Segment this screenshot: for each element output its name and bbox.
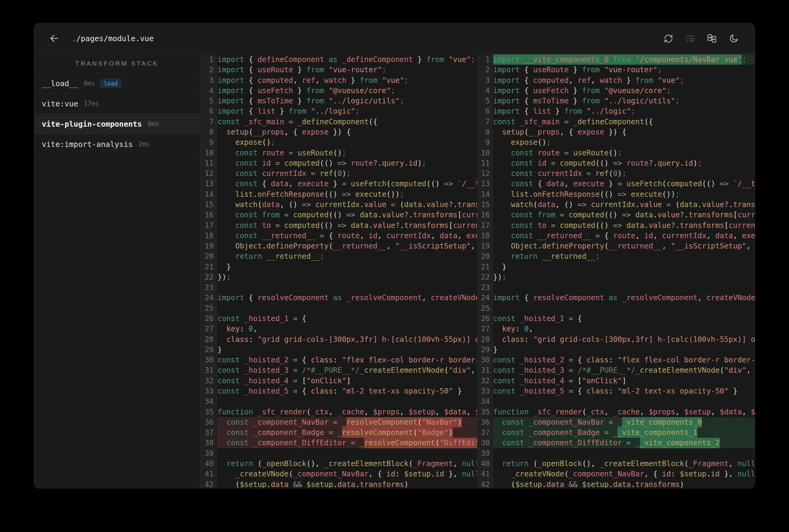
code-line: 33const _hoisted_5 = { class: "ml-2 text… — [477, 386, 755, 396]
code-text: } — [218, 262, 477, 272]
line-number: 11 — [477, 158, 493, 168]
line-number: 31 — [200, 365, 218, 376]
code-line: 2import { useRoute } from "vue-router"; — [477, 65, 755, 75]
code-line: 4import { useFetch } from "@vueuse/core"… — [200, 86, 477, 96]
code-line: 35function _sfc_render(_ctx, _cache, $pr… — [200, 407, 477, 417]
arrow-left-icon — [49, 33, 60, 44]
code-line: 19 Object.defineProperty(__returned__, "… — [477, 241, 755, 251]
line-number: 34 — [200, 396, 218, 406]
code-line: 23 — [200, 282, 477, 292]
code-text: const __returned__ = { route, id, curren… — [493, 231, 755, 241]
side-by-side-button[interactable] — [707, 33, 717, 44]
line-number: 21 — [200, 262, 218, 272]
line-number: 23 — [477, 282, 493, 292]
code-text: const _component_Badge = __vite_componen… — [493, 428, 755, 438]
line-number: 15 — [477, 200, 493, 210]
diff-after-pane[interactable]: 1import __vite_components_0 from '/compo… — [477, 54, 755, 488]
titlebar: ./pages/module.vue — [34, 23, 755, 54]
code-line: 11 const id = computed(() => route?.quer… — [477, 158, 755, 168]
code-text: import { msToTime } from "../logic/utils… — [493, 96, 755, 106]
code-line: 24import { resolveComponent as _resolveC… — [200, 292, 477, 303]
line-number: 13 — [477, 179, 493, 189]
code-line: 27 key: 0, — [477, 324, 755, 334]
code-line: 10 const route = useRoute(); — [200, 148, 477, 158]
line-number: 20 — [477, 251, 493, 262]
line-number: 31 — [477, 365, 493, 376]
line-number: 6 — [477, 106, 493, 116]
side-by-side-icon — [707, 33, 717, 43]
code-text: ($setup.data && $setup.data.transforms) — [218, 479, 477, 488]
line-number: 24 — [477, 292, 493, 303]
code-text: import { computed, ref, watch } from "vu… — [493, 75, 755, 86]
code-line: 17 const to = computed(() => data.value?… — [477, 220, 755, 231]
code-line: 16 const from = computed(() => data.valu… — [477, 210, 755, 220]
line-number: 4 — [200, 86, 218, 96]
line-number: 15 — [200, 200, 218, 210]
code-line: 40 return (_openBlock(), _createElementB… — [200, 459, 477, 469]
code-line: 30const _hoisted_2 = { class: "flex flex… — [200, 355, 477, 365]
line-number: 33 — [477, 386, 493, 396]
line-number: 2 — [477, 65, 493, 75]
line-number: 16 — [200, 210, 218, 220]
line-number: 22 — [477, 272, 493, 282]
code-text: import { defineComponent as _defineCompo… — [218, 54, 477, 65]
code-line: 6import { list } from "../logic"; — [477, 106, 755, 116]
code-text: const { data, execute } = useFetch(compu… — [218, 179, 477, 189]
code-line: 24import { resolveComponent as _resolveC… — [477, 292, 755, 303]
dark-mode-button[interactable] — [728, 33, 739, 44]
line-number: 3 — [200, 75, 218, 86]
code-text: }); — [218, 272, 477, 282]
code-line: 14 list.onFetchResponse(() => execute())… — [477, 189, 755, 200]
code-line: 26const _hoisted_1 = { — [200, 314, 477, 324]
code-text: const _hoisted_2 = { class: "flex flex-c… — [218, 355, 477, 365]
code-line: 36 const _component_NavBar = _resolveCom… — [200, 417, 477, 428]
code-line: 9 expose(); — [200, 137, 477, 148]
line-number: 17 — [477, 220, 493, 231]
code-line: 11 const id = computed(() => route?.quer… — [200, 158, 477, 168]
plugin-time: 2ms — [138, 140, 150, 148]
code-text: const _hoisted_1 = { — [493, 314, 755, 324]
code-text: watch(data, () => currentIdx.value = (da… — [493, 200, 755, 210]
sidebar-item-vite-import-analysis[interactable]: vite:import-analysis 2ms — [34, 134, 200, 154]
sidebar-item-vite-plugin-components[interactable]: vite-plugin-components 0ms — [34, 114, 200, 134]
code-line: 20 return __returned__; — [200, 251, 477, 262]
load-badge: load — [100, 79, 122, 88]
diff-before-pane[interactable]: 1import { defineComponent as _defineComp… — [200, 54, 477, 488]
code-text: expose(); — [493, 137, 755, 148]
refresh-button[interactable] — [663, 33, 674, 44]
code-line: 34 — [477, 396, 755, 406]
code-text: function _sfc_render(_ctx, _cache, $prop… — [218, 407, 477, 417]
code-line: 25 — [200, 303, 477, 314]
line-number: 24 — [200, 292, 218, 303]
plugin-name: vite:import-analysis — [42, 140, 133, 149]
sidebar-item-load[interactable]: __load__ 0ms load — [34, 73, 200, 94]
toolbar-actions — [663, 33, 739, 44]
line-number: 32 — [200, 376, 218, 386]
code-line: 7const _sfc_main = _defineComponent({ — [200, 117, 477, 127]
code-text: const route = useRoute(); — [218, 148, 477, 158]
back-button[interactable] — [48, 32, 61, 45]
code-text: expose(); — [218, 137, 477, 148]
line-number: 23 — [200, 282, 218, 292]
main-content: TRANSFORM STACK __load__ 0ms load vite:v… — [34, 54, 755, 488]
code-text: } — [218, 345, 477, 355]
code-text: list.onFetchResponse(() => execute()); — [493, 189, 755, 200]
code-text: return __returned__; — [493, 251, 755, 262]
code-line: 18 const __returned__ = { route, id, cur… — [200, 231, 477, 241]
line-number: 1 — [477, 54, 493, 65]
code-text: const _hoisted_2 = { class: "flex flex-c… — [493, 355, 755, 365]
line-number: 5 — [200, 96, 218, 106]
line-number: 39 — [200, 448, 218, 459]
wrap-lines-button[interactable] — [685, 33, 696, 44]
line-number: 7 — [200, 117, 218, 127]
line-number: 34 — [477, 396, 493, 406]
sidebar-item-vite-vue[interactable]: vite:vue 17ms — [34, 94, 200, 114]
code-line: 39 — [477, 448, 755, 459]
line-number: 37 — [477, 428, 493, 438]
line-number: 13 — [200, 179, 218, 189]
sidebar-title: TRANSFORM STACK — [34, 54, 200, 73]
code-line: 5import { msToTime } from "../logic/util… — [200, 96, 477, 106]
code-text: import { list } from "../logic"; — [218, 106, 477, 116]
code-text: const _component_NavBar = _resolveCompon… — [218, 417, 477, 428]
code-text: const _hoisted_5 = { class: "ml-2 text-x… — [493, 386, 755, 396]
